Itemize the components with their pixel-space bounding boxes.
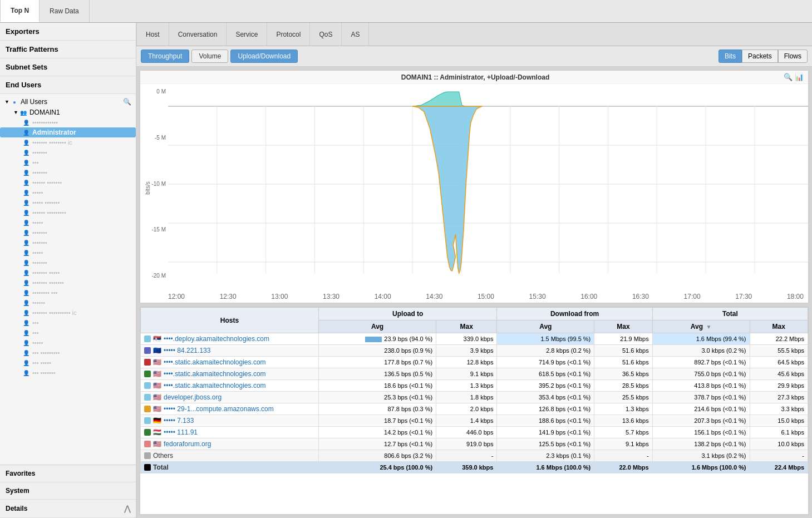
subtab-volume[interactable]: Volume [191, 50, 228, 63]
host-link-7[interactable]: ••••• 7.133 [164, 417, 194, 425]
tab-conversation[interactable]: Conversation [169, 23, 227, 46]
search-icon[interactable]: 🔍 [123, 98, 131, 106]
tree-user-16[interactable]: 👤 ••••••• ••••••• [0, 278, 136, 288]
col-total-avg: Avg ▼ [652, 320, 750, 333]
upload-avg-9: 12.7 bps (<0.1 %) [319, 438, 436, 450]
host-link-6[interactable]: ••••• 29-1...compute.amazonaws.com [164, 405, 274, 413]
tree-user-20[interactable]: 👤 ••• [0, 318, 136, 328]
user-name-18: •••••• [32, 299, 45, 306]
view-flows[interactable]: Flows [778, 50, 808, 63]
host-flag-1: 🇪🇺 [153, 347, 161, 354]
tab-host[interactable]: Host [136, 23, 169, 46]
tree-user-5[interactable]: 👤 ••••••• [0, 167, 136, 177]
sidebar-traffic-patterns[interactable]: Traffic Patterns [0, 41, 136, 58]
tree-user-17[interactable]: 👤 •••••••• ••• [0, 288, 136, 298]
expand-domain1-icon[interactable]: ▼ [13, 110, 18, 115]
tree-user-14[interactable]: 👤 ••••••• [0, 258, 136, 268]
tree-user-7[interactable]: 👤 ••••• [0, 188, 136, 198]
tree-user-12[interactable]: 👤 ••••••• [0, 238, 136, 248]
tree-user-15[interactable]: 👤 ••••••• ••••• [0, 268, 136, 278]
content-area: Host Conversation Service Protocol QoS A… [136, 23, 812, 518]
col-upload: Upload to [319, 308, 497, 320]
user-name-14: ••••••• [32, 259, 47, 266]
tab-rawdata[interactable]: Raw Data [40, 0, 90, 22]
chart-bar-icon[interactable]: 📊 [795, 73, 804, 81]
tree-user-25[interactable]: 👤 ••• ••••••• [0, 368, 136, 378]
table-row: 🇷🇸••••.deploy.akamaitechnologies.com23.9… [141, 333, 808, 345]
host-link-1[interactable]: ••••• 84.221.133 [164, 347, 210, 354]
total-avg-6: 214.6 bps (<0.1 %) [652, 403, 750, 415]
host-link-3[interactable]: ••••.static.akamaitechnologies.com [164, 370, 266, 378]
host-link-0[interactable]: ••••.deploy.akamaitechnologies.com [164, 335, 269, 343]
tree-user-23[interactable]: 👤 ••• ••••••••• [0, 348, 136, 358]
collapse-icon[interactable]: ⋀ [124, 504, 130, 513]
upload-avg-5: 25.3 bps (<0.1 %) [319, 392, 436, 403]
sidebar-exporters[interactable]: Exporters [0, 23, 136, 41]
host-link-2[interactable]: ••••.static.akamaitechnologies.com [164, 358, 266, 366]
sidebar-favorites[interactable]: Favorites [0, 465, 136, 482]
host-color-dot-4 [144, 382, 151, 389]
tree-user-18[interactable]: 👤 •••••• [0, 298, 136, 308]
host-color-dot-0 [144, 336, 151, 342]
x-label-4: 14:00 [375, 293, 391, 300]
host-cell-9: 🇺🇸fedoraforum.org [141, 438, 319, 450]
sidebar-end-users[interactable]: End Users [0, 76, 136, 94]
user-icon-7: 👤 [22, 189, 30, 196]
sort-icon[interactable]: ▼ [706, 324, 711, 330]
user-name-10: ••••• [32, 219, 43, 226]
sidebar-subnet-sets[interactable]: Subnet Sets [0, 58, 136, 76]
tree-user-19[interactable]: 👤 ••••••• •••••••••• ic [0, 308, 136, 318]
user-name-4: ••• [32, 159, 39, 166]
tree-user-13[interactable]: 👤 ••••• [0, 248, 136, 258]
x-label-8: 16:00 [580, 293, 597, 300]
subtab-upload-download[interactable]: Upload/Download [230, 50, 298, 63]
table-row: 🇭🇺••••• 111.9114.2 bps (<0.1 %)446.0 bps… [141, 427, 808, 438]
tab-topn[interactable]: Top N [0, 0, 40, 22]
chart-icons: 🔍 📊 [784, 73, 804, 81]
tab-qos[interactable]: QoS [310, 23, 342, 46]
tree-user-21[interactable]: 👤 ••• [0, 328, 136, 338]
tree-user-administrator[interactable]: 👤 Administrator [0, 127, 136, 137]
top-level-tabs: Top N Raw Data [0, 0, 812, 23]
host-link-11[interactable]: Total [153, 463, 169, 471]
user-icon-5: 👤 [22, 169, 30, 176]
user-name-25: ••• ••••••• [32, 369, 56, 376]
col-upload-max: Max [436, 320, 497, 333]
tree-user-22[interactable]: 👤 ••••• [0, 338, 136, 348]
tree-user-24[interactable]: 👤 ••• ••••• [0, 358, 136, 368]
tree-user-11[interactable]: 👤 ••••••• [0, 228, 136, 238]
sidebar-details[interactable]: Details ⋀ [0, 500, 136, 518]
tree-user-2[interactable]: 👤 ••••••• •••••••• ic [0, 137, 136, 147]
download-avg-5: 353.4 bps (<0.1 %) [497, 392, 594, 403]
tab-protocol[interactable]: Protocol [267, 23, 310, 46]
tree-user-4[interactable]: 👤 ••• [0, 157, 136, 167]
tree-user-6[interactable]: 👤 •••••• ••••••• [0, 177, 136, 188]
view-bits[interactable]: Bits [719, 50, 742, 63]
tab-as[interactable]: AS [342, 23, 369, 46]
host-link-5[interactable]: developer.jboss.org [164, 393, 222, 401]
host-link-10[interactable]: Others [153, 452, 173, 460]
host-cell-1: 🇪🇺••••• 84.221.133 [141, 345, 319, 357]
sidebar-system[interactable]: System [0, 482, 136, 500]
subtab-throughput[interactable]: Throughput [141, 50, 189, 63]
tree-domain1[interactable]: ▼ 👥 DOMAIN1 [0, 107, 136, 117]
host-flag-6: 🇺🇸 [153, 405, 161, 413]
svg-marker-19 [412, 106, 482, 273]
total-avg-10: 3.1 kbps (0.2 %) [652, 450, 750, 462]
tree-user-9[interactable]: 👤 •••••• ••••••••• [0, 208, 136, 218]
tree-all-users[interactable]: ▼ ● All Users 🔍 [0, 96, 136, 107]
host-link-9[interactable]: fedoraforum.org [164, 440, 211, 448]
tree-user-8[interactable]: 👤 ••••• ••••••• [0, 198, 136, 208]
tree-user-10[interactable]: 👤 ••••• [0, 218, 136, 228]
tree-user-0[interactable]: 👤 •••••••••••• [0, 117, 136, 127]
host-flag-3: 🇺🇸 [153, 370, 161, 378]
host-cell-5: 🇺🇸developer.jboss.org [141, 392, 319, 403]
tree-user-3[interactable]: 👤 ••••••• [0, 147, 136, 157]
view-packets[interactable]: Packets [742, 50, 778, 63]
host-link-4[interactable]: ••••.static.akamaitechnologies.com [164, 382, 266, 389]
domain1-label: DOMAIN1 [29, 108, 60, 116]
host-link-8[interactable]: ••••• 111.91 [164, 428, 198, 436]
chart-zoom-icon[interactable]: 🔍 [784, 73, 793, 81]
tab-service[interactable]: Service [227, 23, 267, 46]
expand-all-users-icon[interactable]: ▼ [4, 99, 9, 105]
